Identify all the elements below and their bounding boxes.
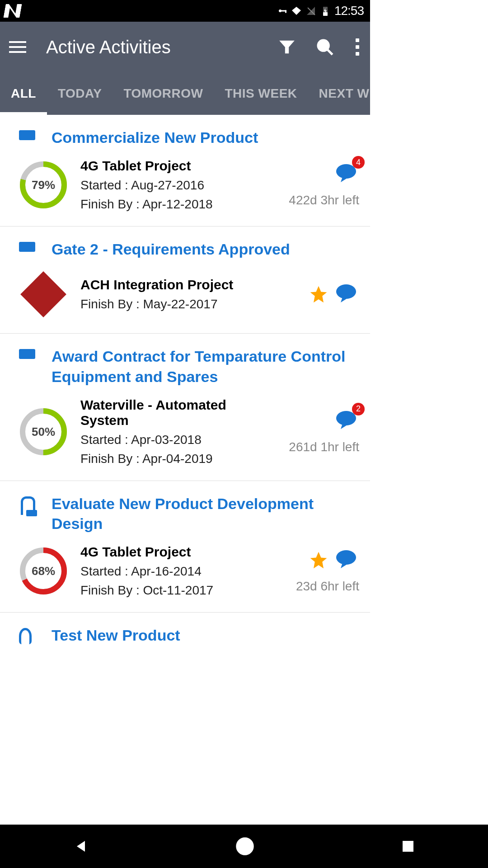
search-icon[interactable]: [316, 38, 334, 56]
person-icon: [19, 496, 37, 516]
activity-list[interactable]: Commercialize New Product 79%4G Tablet P…: [0, 115, 370, 658]
activity-title: Commercialize New Product: [52, 127, 258, 147]
time-remaining: 261d 1hr left: [289, 440, 359, 454]
activity-item[interactable]: Evaluate New Product Development Design …: [0, 481, 370, 613]
tab-next-we[interactable]: NEXT WE: [308, 72, 370, 115]
android-n-logo-icon: [3, 4, 22, 18]
status-bar: 12:53: [0, 0, 370, 22]
comment-button[interactable]: 4: [333, 162, 359, 186]
activity-details: 4G Tablet ProjectStarted : Aug-27-2016Fi…: [80, 158, 276, 212]
app-bar-main: Active Activities: [0, 22, 370, 72]
svg-rect-2: [285, 10, 286, 13]
progress-percent: 68%: [32, 564, 55, 578]
activity-details: 4G Tablet ProjectStarted : Apr-16-2014Fi…: [80, 544, 283, 598]
comment-badge: 4: [352, 156, 365, 169]
overflow-menu-icon[interactable]: [354, 38, 361, 56]
tabs: ALLTODAYTOMORROWTHIS WEEKNEXT WE: [0, 72, 370, 115]
activity-details: ACH Integration ProjectFinish By : May-2…: [80, 277, 296, 311]
activity-item[interactable]: Test New Product: [0, 613, 370, 658]
menu-icon[interactable]: [9, 41, 26, 53]
project-name: ACH Integration Project: [80, 277, 296, 292]
project-name: 4G Tablet Project: [80, 158, 276, 174]
tab-all[interactable]: ALL: [0, 72, 47, 115]
progress-ring: 79%: [19, 160, 68, 209]
activity-title: Award Contract for Temparature Control E…: [52, 346, 359, 386]
activity-details: Waterville - Automated SystemStarted : A…: [80, 397, 276, 466]
activity-title: Gate 2 - Requirements Approved: [52, 239, 290, 259]
finish-date: Finish By : May-22-2017: [80, 297, 296, 311]
activity-item[interactable]: Commercialize New Product 79%4G Tablet P…: [0, 115, 370, 226]
category-bar-icon: [19, 349, 35, 359]
comment-button[interactable]: [333, 283, 359, 306]
category-bar-icon: [19, 242, 35, 252]
svg-point-6: [318, 40, 328, 51]
tab-this-week[interactable]: THIS WEEK: [214, 72, 308, 115]
status-right: 12:53: [277, 4, 364, 18]
milestone-diamond-icon: [20, 271, 66, 317]
progress-percent: 79%: [32, 178, 55, 192]
time-remaining: 23d 6hr left: [296, 579, 359, 594]
activity-item[interactable]: Award Contract for Temparature Control E…: [0, 334, 370, 481]
time-remaining: 422d 3hr left: [289, 193, 359, 208]
svg-line-7: [327, 49, 333, 55]
star-icon[interactable]: [309, 284, 328, 304]
app-bar: Active Activities ALLTODAYTOMORROWTHIS W…: [0, 22, 370, 115]
status-time: 12:53: [334, 4, 364, 18]
tab-tomorrow[interactable]: TOMORROW: [113, 72, 214, 115]
activity-item[interactable]: Gate 2 - Requirements ApprovedACH Integr…: [0, 226, 370, 334]
lightbulb-icon: [19, 628, 32, 644]
filter-icon[interactable]: [278, 38, 296, 56]
progress-ring: 50%: [19, 407, 68, 456]
activity-title: Evaluate New Product Development Design: [52, 494, 359, 533]
activity-meta: 23d 6hr left: [296, 548, 359, 594]
finish-date: Finish By : Apr-12-2018: [80, 197, 276, 212]
page-title: Active Activities: [46, 37, 278, 57]
activity-meta: 4422d 3hr left: [289, 162, 359, 208]
finish-date: Finish By : Apr-04-2019: [80, 452, 276, 466]
started-date: Started : Aug-27-2016: [80, 178, 276, 193]
svg-point-17: [336, 550, 356, 565]
vpn-key-icon: [277, 5, 287, 16]
activity-title: Test New Product: [52, 625, 180, 645]
activity-meta: 2261d 1hr left: [289, 409, 359, 454]
svg-point-11: [336, 284, 356, 299]
progress-percent: 50%: [32, 425, 55, 439]
started-date: Started : Apr-16-2014: [80, 564, 283, 579]
battery-charging-icon: [320, 5, 331, 16]
comment-button[interactable]: [333, 548, 359, 572]
app-bar-actions: [278, 38, 361, 56]
wifi-icon: [291, 5, 302, 16]
comment-button[interactable]: 2: [333, 409, 359, 433]
project-name: 4G Tablet Project: [80, 544, 283, 560]
finish-date: Finish By : Oct-11-2017: [80, 583, 283, 598]
star-icon[interactable]: [309, 550, 328, 570]
comment-badge: 2: [352, 403, 365, 415]
tab-today[interactable]: TODAY: [47, 72, 113, 115]
activity-meta: [309, 283, 359, 306]
progress-ring: 68%: [19, 547, 68, 595]
category-bar-icon: [19, 130, 35, 140]
signal-off-icon: [305, 5, 316, 16]
project-name: Waterville - Automated System: [80, 397, 276, 428]
status-left: [5, 4, 21, 18]
started-date: Started : Apr-03-2018: [80, 433, 276, 447]
